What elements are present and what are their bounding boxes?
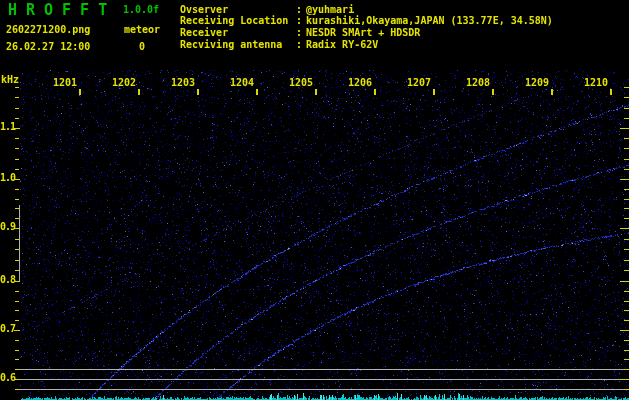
x-tick-label: 1207 xyxy=(403,78,431,88)
x-tick-label: 1202 xyxy=(108,78,136,88)
station-row-label: Ovserver xyxy=(180,5,228,15)
station-row-value: @yuhmari xyxy=(306,5,354,15)
y-tick-label: 0.9 xyxy=(0,222,19,232)
y-tick-label: 0.7 xyxy=(0,324,19,334)
station-row-value: kurashiki,Okayama,JAPAN (133.77E, 34.58N… xyxy=(306,16,553,26)
x-tick-label: 1203 xyxy=(167,78,195,88)
app-title: HROFFT xyxy=(8,3,116,18)
station-row-separator: : xyxy=(296,28,302,38)
station-row-label: Receiving Location xyxy=(180,16,288,26)
x-tick-label: 1209 xyxy=(521,78,549,88)
station-row-separator: : xyxy=(296,16,302,26)
meteor-count-label: meteor xyxy=(124,25,160,35)
y-tick-label: 1.0 xyxy=(0,173,19,183)
meteor-count-value: 0 xyxy=(139,42,145,52)
app-version: 1.0.0f xyxy=(123,5,159,15)
capture-datetime: 26.02.27 12:00 xyxy=(6,42,90,52)
y-axis-unit-label: kHz xyxy=(1,75,19,85)
x-tick-label: 1210 xyxy=(580,78,608,88)
station-row-separator: : xyxy=(296,40,302,50)
y-tick-label: 0.8 xyxy=(0,275,19,285)
capture-filename: 2602271200.png xyxy=(6,25,90,35)
station-row-value: NESDR SMArt + HDSDR xyxy=(306,28,420,38)
y-tick-label: 1.1 xyxy=(0,122,19,132)
spectrogram-canvas xyxy=(0,0,629,400)
x-tick-label: 1204 xyxy=(226,78,254,88)
station-row-value: Radix RY-62V xyxy=(306,40,378,50)
x-tick-label: 1208 xyxy=(462,78,490,88)
station-row-label: Recviving antenna xyxy=(180,40,282,50)
x-tick-label: 1201 xyxy=(49,78,77,88)
x-tick-label: 1205 xyxy=(285,78,313,88)
hrofft-window: HROFFT 1.0.0f 2602271200.png meteor 26.0… xyxy=(0,0,629,400)
station-row-label: Receiver xyxy=(180,28,228,38)
y-tick-label: 0.6 xyxy=(0,373,19,383)
x-tick-label: 1206 xyxy=(344,78,372,88)
station-row-separator: : xyxy=(296,5,302,15)
